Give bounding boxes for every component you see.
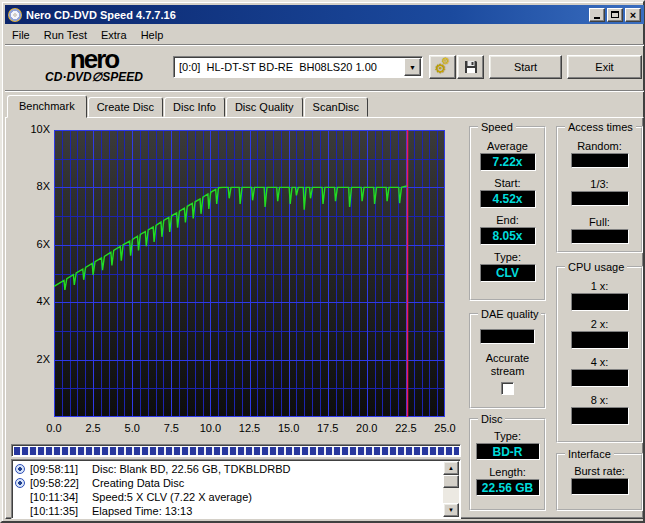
menu-item-file[interactable]: File <box>5 27 37 43</box>
nero-logo: nero CD·DVD∅SPEED <box>19 47 169 83</box>
cpu-4-x-value <box>571 369 629 387</box>
y-tick-label: 2X <box>20 353 50 365</box>
interface-burst-rate-label: Burst rate: <box>574 465 625 478</box>
window-title: Nero CD-DVD Speed 4.7.7.16 <box>26 9 589 21</box>
disc-icon <box>15 464 30 474</box>
speed-start-label: Start: <box>494 177 520 190</box>
x-tick-label: 10.0 <box>190 422 230 434</box>
x-tick-label: 22.5 <box>386 422 426 434</box>
gears-icon: ⚙⚙ <box>435 59 451 75</box>
field-access-full: Full: <box>571 216 629 244</box>
y-tick-label: 10X <box>20 123 50 135</box>
log-message: Speed:5 X CLV (7.22 X average) <box>92 491 252 503</box>
progress-fill <box>14 447 459 455</box>
tab-scandisc[interactable]: ScanDisc <box>304 97 368 117</box>
log-row: [10:11:34]Speed:5 X CLV (7.22 X average) <box>15 490 440 504</box>
disc-panel-title: Disc <box>478 412 505 426</box>
speed-end-label: End: <box>496 214 519 227</box>
cpu-4-x-label: 4 x: <box>591 356 609 369</box>
field-disc-length: Length:22.56 GB <box>476 466 540 496</box>
menu-bar: FileRun TestExtraHelp <box>5 25 644 44</box>
scroll-down-button[interactable]: ▼ <box>443 503 459 517</box>
field-cpu-4-x: 4 x: <box>571 356 629 387</box>
interface-burst-rate-value <box>571 478 629 495</box>
tab-disc-info[interactable]: Disc Info <box>164 97 225 117</box>
x-tick-label: 25.0 <box>425 422 465 434</box>
dae-quality-value <box>480 329 535 344</box>
field-cpu-2-x: 2 x: <box>571 318 629 349</box>
save-button[interactable] <box>457 55 484 79</box>
cpu-1-x-value <box>571 293 629 311</box>
y-tick-label: 8X <box>20 180 50 192</box>
speed-average-value: 7.22x <box>480 153 536 171</box>
menu-item-run-test[interactable]: Run Test <box>37 27 94 43</box>
interface-panel: Interface Burst rate: <box>556 453 643 511</box>
x-tick-label: 15.0 <box>269 422 309 434</box>
log-timestamp: [09:58:11] <box>30 463 92 475</box>
log-row: [10:11:35]Elapsed Time: 13:13 <box>15 504 440 518</box>
x-tick-label: 7.5 <box>151 422 191 434</box>
speed-type-label: Type: <box>494 251 521 264</box>
y-tick-label: 6X <box>20 238 50 250</box>
start-button[interactable]: Start <box>489 55 562 79</box>
speed-panel: Speed Average7.22xStart:4.52xEnd:8.05xTy… <box>469 126 546 301</box>
log-row: [09:58:22]Creating Data Disc <box>15 476 440 490</box>
options-button[interactable]: ⚙⚙ <box>429 55 456 79</box>
scroll-up-button[interactable]: ▲ <box>443 461 459 475</box>
speed-average-label: Average <box>487 140 528 153</box>
nero-logo-text: nero <box>19 47 169 71</box>
field-speed-start: Start:4.52x <box>480 177 536 208</box>
tab-disc-quality[interactable]: Disc Quality <box>226 97 303 117</box>
accurate-stream-checkbox[interactable] <box>501 382 514 395</box>
log-timestamp: [10:11:34] <box>30 491 92 503</box>
x-tick-label: 0.0 <box>34 422 74 434</box>
close-button[interactable]: × <box>625 8 641 22</box>
disc-icon <box>15 478 30 488</box>
field-speed-type: Type:CLV <box>480 251 536 282</box>
log-row: [09:58:11]Disc: Blank BD, 22.56 GB, TDKB… <box>15 462 440 476</box>
field-cpu-1-x: 1 x: <box>571 280 629 311</box>
cpu-2-x-value <box>571 331 629 349</box>
tab-create-disc[interactable]: Create Disc <box>88 97 163 117</box>
disc-length-value: 22.56 GB <box>476 479 540 496</box>
access-times-panel-title: Access times <box>565 120 636 134</box>
minimize-icon <box>594 17 600 19</box>
minimize-button[interactable] <box>589 8 605 22</box>
speed-start-value: 4.52x <box>480 190 536 208</box>
field-interface-burst-rate: Burst rate: <box>571 465 629 495</box>
accurate-stream-label: stream <box>491 365 525 378</box>
separator <box>5 90 644 92</box>
speed-end-value: 8.05x <box>480 227 536 245</box>
cpu-usage-panel: CPU usage 1 x:2 x:4 x:8 x: <box>556 266 643 443</box>
access-times-panel: Access times Random:1/3:Full: <box>556 126 643 253</box>
x-tick-label: 20.0 <box>347 422 387 434</box>
access-1-3-label: 1/3: <box>590 178 608 191</box>
log-timestamp: [10:11:35] <box>30 505 92 517</box>
menu-item-help[interactable]: Help <box>134 27 171 43</box>
log-scrollbar[interactable]: ▲ ▼ <box>443 461 459 517</box>
x-tick-label: 12.5 <box>230 422 270 434</box>
speed-chart <box>54 130 445 417</box>
dae-quality-panel: DAE quality Accuratestream <box>469 313 546 409</box>
access-full-value <box>571 229 629 244</box>
access-random-label: Random: <box>577 140 622 153</box>
field-access-random: Random: <box>571 140 629 168</box>
menu-item-extra[interactable]: Extra <box>94 27 134 43</box>
scrollbar-thumb[interactable] <box>443 475 459 488</box>
maximize-button[interactable] <box>607 8 623 22</box>
exit-button[interactable]: Exit <box>567 55 642 79</box>
chevron-down-icon[interactable]: ▼ <box>404 58 421 76</box>
access-random-value <box>571 153 629 168</box>
toolbar: nero CD·DVD∅SPEED [0:0] HL-DT-ST BD-RE B… <box>5 46 644 90</box>
drive-select[interactable]: [0:0] HL-DT-ST BD-RE BH08LS20 1.00 ▼ <box>173 56 423 78</box>
cpu-2-x-label: 2 x: <box>591 318 609 331</box>
cpu-usage-panel-title: CPU usage <box>565 260 627 274</box>
drive-select-value: [0:0] HL-DT-ST BD-RE BH08LS20 1.00 <box>174 61 404 73</box>
cddvdspeed-logo-text: CD·DVD∅SPEED <box>19 71 169 83</box>
x-tick-label: 17.5 <box>308 422 348 434</box>
field-cpu-8-x: 8 x: <box>571 394 629 425</box>
access-full-label: Full: <box>589 216 610 229</box>
benchmark-tab-page: 2X4X6X8X10X 0.02.55.07.510.012.515.017.5… <box>5 117 644 519</box>
tab-benchmark[interactable]: Benchmark <box>7 95 87 118</box>
log-listbox[interactable]: [09:58:11]Disc: Blank BD, 22.56 GB, TDKB… <box>11 459 461 519</box>
